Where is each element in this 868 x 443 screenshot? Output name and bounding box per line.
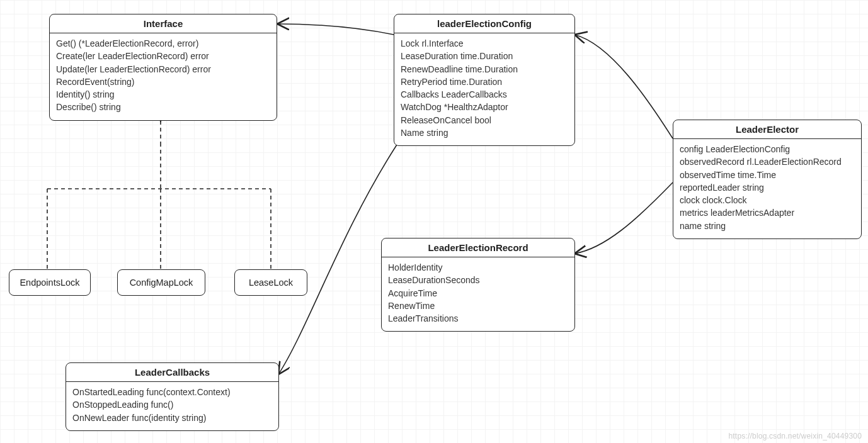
member-line: Callbacks LeaderCallbacks xyxy=(401,88,568,101)
class-leaderelector-body: config LeaderElectionConfig observedReco… xyxy=(673,139,861,238)
member-line: Identity() string xyxy=(56,88,270,101)
class-configmaplock-label: ConfigMapLock xyxy=(130,278,193,288)
member-line: RetryPeriod time.Duration xyxy=(401,76,568,88)
member-line: Get() (*LeaderElectionRecord, error) xyxy=(56,37,270,50)
member-line: observedRecord rl.LeaderElectionRecord xyxy=(680,155,855,168)
member-line: Describe() string xyxy=(56,101,270,113)
class-leaselock: LeaseLock xyxy=(234,269,307,296)
member-line: OnStartedLeading func(context.Context) xyxy=(72,386,272,398)
class-leaderelectionrecord: LeaderElectionRecord HolderIdentity Leas… xyxy=(381,238,575,332)
class-endpointslock: EndpointsLock xyxy=(9,269,91,296)
member-line: AcquireTime xyxy=(388,287,568,300)
member-line: metrics leaderMetricsAdapter xyxy=(680,206,855,219)
member-line: Create(ler LeaderElectionRecord) error xyxy=(56,50,270,62)
class-interface-title: Interface xyxy=(50,14,277,33)
member-line: LeaseDuration time.Duration xyxy=(401,50,568,62)
class-endpointslock-label: EndpointsLock xyxy=(20,278,79,288)
class-interface: Interface Get() (*LeaderElectionRecord, … xyxy=(49,14,277,121)
class-leaderelectionconfig-title: leaderElectionConfig xyxy=(394,14,574,33)
class-leadercallbacks: LeaderCallbacks OnStartedLeading func(co… xyxy=(66,362,279,431)
class-leaderelectionconfig-body: Lock rl.Interface LeaseDuration time.Dur… xyxy=(394,33,574,145)
class-leadercallbacks-title: LeaderCallbacks xyxy=(66,363,278,382)
member-line: WatchDog *HealthzAdaptor xyxy=(401,101,568,113)
class-leaderelectionconfig: leaderElectionConfig Lock rl.Interface L… xyxy=(394,14,575,146)
member-line: LeaderTransitions xyxy=(388,312,568,325)
class-configmaplock: ConfigMapLock xyxy=(117,269,205,296)
watermark: https://blog.csdn.net/weixin_40449300 xyxy=(728,432,862,440)
class-leaderelectionrecord-title: LeaderElectionRecord xyxy=(382,238,574,257)
member-line: observedTime time.Time xyxy=(680,169,855,181)
class-leadercallbacks-body: OnStartedLeading func(context.Context) O… xyxy=(66,382,278,430)
member-line: HolderIdentity xyxy=(388,261,568,274)
member-line: RenewDeadline time.Duration xyxy=(401,63,568,76)
member-line: RecordEvent(string) xyxy=(56,76,270,88)
member-line: name string xyxy=(680,220,855,232)
class-interface-body: Get() (*LeaderElectionRecord, error) Cre… xyxy=(50,33,277,120)
member-line: ReleaseOnCancel bool xyxy=(401,114,568,126)
member-line: Name string xyxy=(401,126,568,139)
class-leaderelector: LeaderElector config LeaderElectionConfi… xyxy=(673,120,862,239)
class-leaderelector-title: LeaderElector xyxy=(673,120,861,139)
class-leaderelectionrecord-body: HolderIdentity LeaseDurationSeconds Acqu… xyxy=(382,257,574,331)
class-leaselock-label: LeaseLock xyxy=(249,278,293,288)
member-line: RenewTime xyxy=(388,300,568,312)
member-line: Lock rl.Interface xyxy=(401,37,568,50)
member-line: OnNewLeader func(identity string) xyxy=(72,412,272,424)
member-line: LeaseDurationSeconds xyxy=(388,274,568,286)
member-line: clock clock.Clock xyxy=(680,194,855,206)
member-line: config LeaderElectionConfig xyxy=(680,143,855,155)
member-line: Update(ler LeaderElectionRecord) error xyxy=(56,63,270,76)
member-line: reportedLeader string xyxy=(680,181,855,194)
member-line: OnStoppedLeading func() xyxy=(72,398,272,411)
